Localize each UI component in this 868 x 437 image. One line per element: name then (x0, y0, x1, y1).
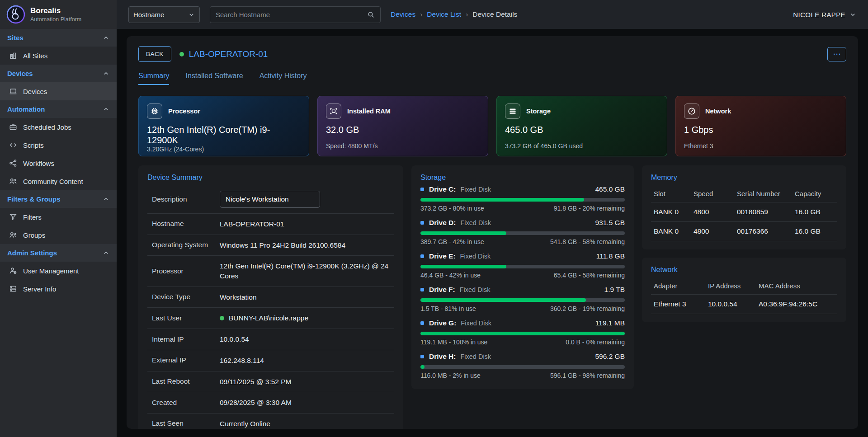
sidebar-item-filters[interactable]: Filters (0, 208, 117, 226)
cpu-icon (147, 103, 162, 119)
sidebar-item-label: User Management (23, 267, 79, 275)
device-details-panel: BACK LAB-OPERATOR-01 ⋯ Summary Installed… (127, 36, 858, 429)
card-value: 12th Gen Intel(R) Core(TM) i9-12900K (147, 125, 301, 146)
brand-name: Borealis (30, 6, 81, 15)
chevron-down-icon (188, 11, 195, 18)
workflow-icon (9, 159, 17, 167)
chevron-up-icon (103, 70, 109, 77)
card-value: 465.0 GB (505, 125, 659, 135)
topbar: Hostname Devices › Device List › Device … (117, 0, 868, 29)
drive-bullet-icon (420, 221, 424, 225)
chevron-down-icon (849, 11, 856, 18)
description-input[interactable] (220, 191, 320, 208)
sidebar-item-groups[interactable]: Groups (0, 226, 117, 244)
sidebar-section-admin-settings[interactable]: Admin Settings (0, 244, 117, 262)
sidebar-section-automation[interactable]: Automation (0, 100, 117, 118)
card-label: Storage (526, 108, 551, 115)
back-button[interactable]: BACK (138, 46, 171, 62)
summary-row: Operating System Windows 11 Pro 24H2 Bui… (147, 235, 394, 256)
drive-bullet-icon (420, 321, 424, 325)
section-label: Sites (7, 34, 24, 42)
groups-icon (9, 231, 17, 239)
devices-icon (9, 87, 17, 95)
card-value: 32.0 GB (326, 125, 480, 135)
memory-table-row: BANK 0 4800 00176366 16.0 GB (651, 221, 837, 241)
device-title: LAB-OPERATOR-01 (179, 49, 268, 59)
sidebar-section-filters-groups[interactable]: Filters & Groups (0, 190, 117, 208)
sites-icon (9, 52, 17, 60)
search-input[interactable] (216, 11, 363, 19)
more-options-button[interactable]: ⋯ (827, 47, 846, 61)
sidebar-item-label: Groups (23, 231, 45, 239)
network-card: Network 1 Gbps Ethernet 3 (675, 96, 846, 156)
drive-bullet-icon (420, 254, 424, 258)
breadcrumb-device-list[interactable]: Device List (427, 10, 461, 19)
network-table-row: Ethernet 3 10.0.0.54 A0:36:9F:94:26:5C (651, 294, 837, 314)
storage-panel: Storage Drive C: Fixed Disk 465.0 GB (411, 165, 634, 389)
sidebar-item-community-content[interactable]: Community Content (0, 172, 117, 190)
card-footer: 373.2 GB of 465.0 GB used (505, 142, 659, 150)
drive-row-e: Drive E: Fixed Disk 111.8 GB 46.4 GB - 4… (420, 252, 625, 279)
hostname-filter-label: Hostname (133, 11, 164, 19)
chevron-up-icon (103, 106, 109, 113)
panel-title: Memory (651, 174, 837, 182)
breadcrumb-devices[interactable]: Devices (391, 10, 415, 19)
section-label: Admin Settings (7, 249, 57, 257)
breadcrumb-current: Device Details (472, 10, 517, 19)
ram-icon (326, 103, 341, 119)
online-status-dot (220, 316, 224, 320)
breadcrumb: Devices › Device List › Device Details (391, 10, 517, 19)
section-label: Filters & Groups (7, 195, 61, 203)
tab-summary[interactable]: Summary (138, 72, 169, 85)
summary-row: Device Type Workstation (147, 287, 394, 308)
section-label: Automation (7, 105, 45, 113)
sidebar-item-label: Devices (23, 88, 47, 95)
device-summary-panel: Device Summary Description Hostname LAB-… (138, 165, 403, 429)
drive-progressbar (420, 332, 625, 335)
chevron-up-icon (103, 34, 109, 41)
memory-table-row: BANK 0 4800 00180859 16.0 GB (651, 202, 837, 221)
sidebar-item-server-info[interactable]: Server Info (0, 280, 117, 298)
brand-subtitle: Automation Platform (30, 16, 81, 23)
panel-title: Storage (420, 174, 625, 182)
sidebar-item-user-management[interactable]: User Management (0, 262, 117, 280)
brand: Borealis Automation Platform (0, 0, 117, 29)
network-panel: Network Adapter IP Address MAC Address E… (642, 258, 846, 322)
summary-row: Hostname LAB-OPERATOR-01 (147, 214, 394, 235)
sidebar-item-label: Scripts (23, 141, 44, 149)
drive-row-c: Drive C: Fixed Disk 465.0 GB 373.2 GB - … (420, 185, 625, 212)
section-label: Devices (7, 70, 33, 77)
search-icon[interactable] (367, 11, 375, 19)
sidebar: Borealis Automation Platform Sites All S… (0, 0, 117, 437)
right-column: Memory Slot Speed Serial Number Capacity… (642, 165, 846, 322)
server-icon (9, 285, 17, 293)
device-name: LAB-OPERATOR-01 (189, 49, 268, 59)
borealis-logo-icon (6, 5, 25, 24)
sidebar-item-workflows[interactable]: Workflows (0, 154, 117, 172)
tab-installed-software[interactable]: Installed Software (185, 72, 243, 85)
sidebar-item-all-sites[interactable]: All Sites (0, 47, 117, 65)
sidebar-item-label: Workflows (23, 160, 54, 167)
page-header: BACK LAB-OPERATOR-01 ⋯ (138, 46, 846, 62)
sidebar-item-label: Scheduled Jobs (23, 123, 71, 131)
sidebar-item-scripts[interactable]: Scripts (0, 136, 117, 154)
online-status-dot (179, 52, 184, 56)
chevron-up-icon (103, 249, 109, 256)
sidebar-item-devices[interactable]: Devices (0, 82, 117, 100)
sidebar-item-scheduled-jobs[interactable]: Scheduled Jobs (0, 118, 117, 136)
main-area: Hostname Devices › Device List › Device … (117, 0, 868, 437)
user-menu[interactable]: NICOLE RAPPE (793, 11, 856, 19)
summary-row: Last Reboot 09/11/2025 @ 3:52 PM (147, 371, 394, 393)
briefcase-icon (9, 123, 17, 131)
summary-row: Processor 12th Gen Intel(R) Core(TM) i9-… (147, 256, 394, 287)
sidebar-section-devices[interactable]: Devices (0, 65, 117, 82)
sidebar-section-sites[interactable]: Sites (0, 29, 117, 47)
content-area: BACK LAB-OPERATOR-01 ⋯ Summary Installed… (117, 29, 868, 437)
hostname-filter-dropdown[interactable]: Hostname (128, 6, 200, 23)
breadcrumb-separator: › (420, 10, 422, 19)
summary-row-last-user: Last User BUNNY-LAB\nicole.rappe (147, 308, 394, 329)
tab-activity-history[interactable]: Activity History (259, 72, 307, 85)
memory-panel: Memory Slot Speed Serial Number Capacity… (642, 165, 846, 249)
sidebar-item-label: All Sites (23, 52, 47, 60)
card-label: Installed RAM (347, 108, 391, 115)
